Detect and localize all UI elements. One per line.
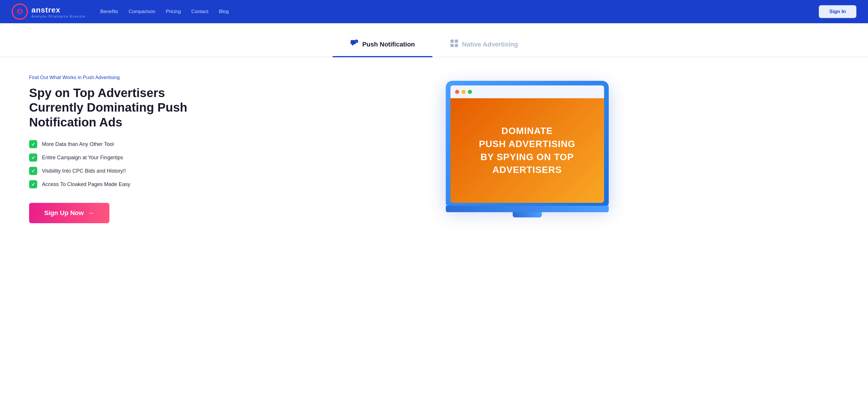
- screen-ad-text: DOMINATEPUSH ADVERTISINGBY SPYING ON TOP…: [473, 119, 581, 182]
- check-icon-3: ✓: [29, 167, 37, 175]
- feature-text-1: More Data than Any Other Tool: [42, 141, 114, 147]
- check-icon-2: ✓: [29, 154, 37, 162]
- feature-text-3: Visibility Into CPC Bids and History!!: [42, 168, 126, 174]
- svg-point-7: [355, 39, 358, 43]
- hero-title: Spy on Top Advertisers Currently Dominat…: [29, 86, 204, 130]
- nav-benefits[interactable]: Benefits: [100, 9, 118, 14]
- arrow-right-icon: →: [88, 209, 94, 217]
- navbar-left: anstrex Analyze·Strategize·Execute Benef…: [12, 3, 229, 20]
- push-notification-icon: !: [350, 39, 359, 50]
- svg-point-4: [19, 9, 21, 12]
- feature-item-2: ✓ Entire Campaign at Your Fingertips: [29, 154, 204, 162]
- tabs-section: ! Push Notification Native Advertising: [0, 23, 868, 57]
- signin-button[interactable]: Sign In: [819, 5, 856, 18]
- hero-right: DOMINATEPUSH ADVERTISINGBY SPYING ON TOP…: [204, 81, 839, 217]
- svg-rect-11: [451, 44, 454, 47]
- browser-dot-yellow: [462, 90, 466, 94]
- nav-comparison[interactable]: Comparison: [129, 9, 155, 14]
- nav-pricing[interactable]: Pricing: [166, 9, 181, 14]
- svg-rect-10: [455, 39, 458, 43]
- native-advertising-label: Native Advertising: [462, 41, 518, 48]
- svg-rect-9: [451, 39, 454, 43]
- browser-dot-red: [455, 90, 459, 94]
- native-advertising-icon: [450, 39, 459, 50]
- feature-text-4: Access To Cloaked Pages Made Easy: [42, 181, 130, 188]
- browser-dot-green: [468, 90, 472, 94]
- logo-icon: [12, 3, 28, 20]
- tab-native-advertising[interactable]: Native Advertising: [432, 34, 535, 57]
- brand-tagline: Analyze·Strategize·Execute: [31, 14, 86, 18]
- laptop-stand: [513, 212, 542, 217]
- nav-links: Benefits Comparison Pricing Contact Blog: [100, 9, 229, 14]
- check-icon-4: ✓: [29, 180, 37, 188]
- svg-rect-12: [455, 44, 458, 47]
- hero-subtitle: Find Out What Works in Push Advertising: [29, 75, 204, 80]
- browser-bar: [451, 86, 604, 98]
- check-icon-1: ✓: [29, 140, 37, 148]
- feature-item-3: ✓ Visibility Into CPC Bids and History!!: [29, 167, 204, 175]
- nav-blog[interactable]: Blog: [219, 9, 229, 14]
- nav-contact[interactable]: Contact: [191, 9, 209, 14]
- feature-item-1: ✓ More Data than Any Other Tool: [29, 140, 204, 148]
- screen-content: DOMINATEPUSH ADVERTISINGBY SPYING ON TOP…: [451, 98, 604, 203]
- laptop-screen-outer: DOMINATEPUSH ADVERTISINGBY SPYING ON TOP…: [446, 81, 609, 206]
- push-notification-label: Push Notification: [362, 41, 415, 48]
- tab-push-notification[interactable]: ! Push Notification: [333, 34, 432, 57]
- signup-button[interactable]: Sign Up Now →: [29, 203, 110, 223]
- laptop-base: [446, 206, 609, 212]
- hero-left: Find Out What Works in Push Advertising …: [29, 75, 204, 223]
- laptop-mockup: DOMINATEPUSH ADVERTISINGBY SPYING ON TOP…: [446, 81, 609, 217]
- svg-text:!: !: [355, 40, 356, 43]
- logo-area: anstrex Analyze·Strategize·Execute: [12, 3, 86, 20]
- brand-name: anstrex: [31, 5, 86, 14]
- feature-item-4: ✓ Access To Cloaked Pages Made Easy: [29, 180, 204, 188]
- navbar: anstrex Analyze·Strategize·Execute Benef…: [0, 0, 868, 23]
- features-list: ✓ More Data than Any Other Tool ✓ Entire…: [29, 140, 204, 188]
- hero-section: Find Out What Works in Push Advertising …: [0, 57, 868, 246]
- signup-label: Sign Up Now: [44, 209, 84, 217]
- svg-rect-6: [352, 43, 353, 45]
- logo-text-area: anstrex Analyze·Strategize·Execute: [31, 5, 86, 18]
- feature-text-2: Entire Campaign at Your Fingertips: [42, 155, 123, 161]
